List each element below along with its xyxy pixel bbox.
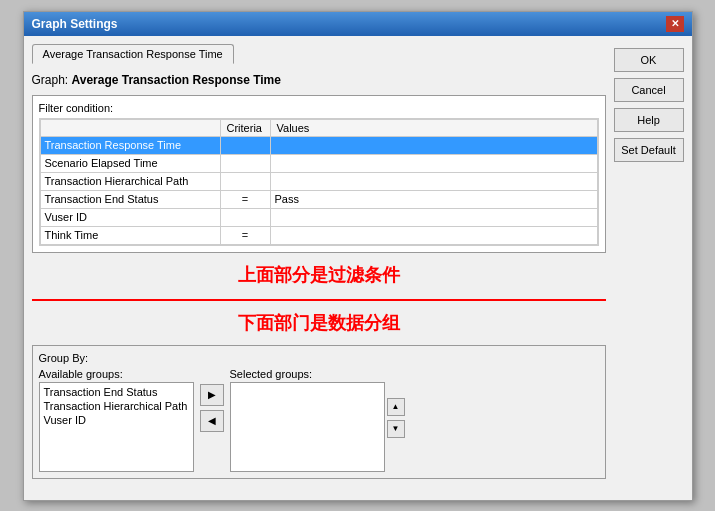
filter-row-name: Vuser ID: [40, 208, 220, 226]
filter-row-values: [270, 154, 597, 172]
graph-name: Average Transaction Response Time: [72, 73, 281, 87]
move-right-button[interactable]: ▶: [200, 384, 224, 406]
title-bar: Graph Settings ✕: [24, 12, 692, 36]
tab-average-transaction[interactable]: Average Transaction Response Time: [32, 44, 234, 64]
group-by-title: Group By:: [39, 352, 599, 364]
annotation-bottom: 下面部门是数据分组: [32, 311, 606, 335]
col-values: Values: [270, 119, 597, 136]
col-criteria: Criteria: [220, 119, 270, 136]
filter-table: Criteria Values Transaction Response Tim…: [40, 119, 598, 245]
ok-button[interactable]: OK: [614, 48, 684, 72]
filter-section: Filter condition: Criteria Values Transa…: [32, 95, 606, 253]
selected-groups-list[interactable]: [230, 382, 385, 472]
filter-row-values: Pass: [270, 190, 597, 208]
available-groups-label: Available groups:: [39, 368, 194, 380]
filter-row-values: [270, 136, 597, 154]
filter-row-criteria: =: [220, 226, 270, 244]
group-columns: Available groups: Transaction End Status…: [39, 368, 599, 472]
selected-groups-label: Selected groups:: [230, 368, 405, 380]
scroll-up-button[interactable]: ▲: [387, 398, 405, 416]
set-default-button[interactable]: Set Default: [614, 138, 684, 162]
group-by-section: Group By: Available groups: Transaction …: [32, 345, 606, 479]
scroll-buttons: ▲ ▼: [387, 398, 405, 472]
filter-table-row[interactable]: Transaction Response Time: [40, 136, 597, 154]
filter-table-row[interactable]: Scenario Elapsed Time: [40, 154, 597, 172]
dialog-body: Average Transaction Response Time Graph:…: [24, 36, 692, 500]
filter-row-values: [270, 172, 597, 190]
filter-row-name: Think Time: [40, 226, 220, 244]
filter-row-values: [270, 226, 597, 244]
filter-row-name: Transaction Response Time: [40, 136, 220, 154]
filter-table-row[interactable]: Vuser ID: [40, 208, 597, 226]
dialog-title: Graph Settings: [32, 17, 118, 31]
cancel-button[interactable]: Cancel: [614, 78, 684, 102]
selected-groups-col: Selected groups: ▲ ▼: [230, 368, 405, 472]
available-group-item[interactable]: Vuser ID: [42, 413, 191, 427]
filter-table-row[interactable]: Think Time =: [40, 226, 597, 244]
filter-section-title: Filter condition:: [39, 102, 599, 114]
col-name: [40, 119, 220, 136]
filter-table-row[interactable]: Transaction Hierarchical Path: [40, 172, 597, 190]
filter-row-values: [270, 208, 597, 226]
divider: [32, 299, 606, 301]
right-buttons-panel: OK Cancel Help Set Default: [614, 44, 684, 492]
graph-settings-dialog: Graph Settings ✕ Average Transaction Res…: [23, 11, 693, 501]
main-content: Average Transaction Response Time Graph:…: [32, 44, 606, 492]
filter-row-criteria: =: [220, 190, 270, 208]
filter-row-name: Scenario Elapsed Time: [40, 154, 220, 172]
move-left-button[interactable]: ◀: [200, 410, 224, 432]
filter-row-criteria: [220, 208, 270, 226]
available-group-item[interactable]: Transaction Hierarchical Path: [42, 399, 191, 413]
available-groups-list[interactable]: Transaction End StatusTransaction Hierar…: [39, 382, 194, 472]
filter-row-name: Transaction End Status: [40, 190, 220, 208]
annotation-top: 上面部分是过滤条件: [32, 263, 606, 287]
filter-table-row[interactable]: Transaction End Status = Pass: [40, 190, 597, 208]
available-group-item[interactable]: Transaction End Status: [42, 385, 191, 399]
tab-bar: Average Transaction Response Time: [32, 44, 606, 63]
scroll-down-button[interactable]: ▼: [387, 420, 405, 438]
filter-row-name: Transaction Hierarchical Path: [40, 172, 220, 190]
close-button[interactable]: ✕: [666, 16, 684, 32]
help-button[interactable]: Help: [614, 108, 684, 132]
available-groups-col: Available groups: Transaction End Status…: [39, 368, 194, 472]
filter-row-criteria: [220, 136, 270, 154]
filter-table-wrapper: Criteria Values Transaction Response Tim…: [39, 118, 599, 246]
graph-label: Graph: Average Transaction Response Time: [32, 73, 606, 87]
transfer-buttons: ▶ ◀: [200, 384, 224, 432]
filter-row-criteria: [220, 154, 270, 172]
filter-row-criteria: [220, 172, 270, 190]
